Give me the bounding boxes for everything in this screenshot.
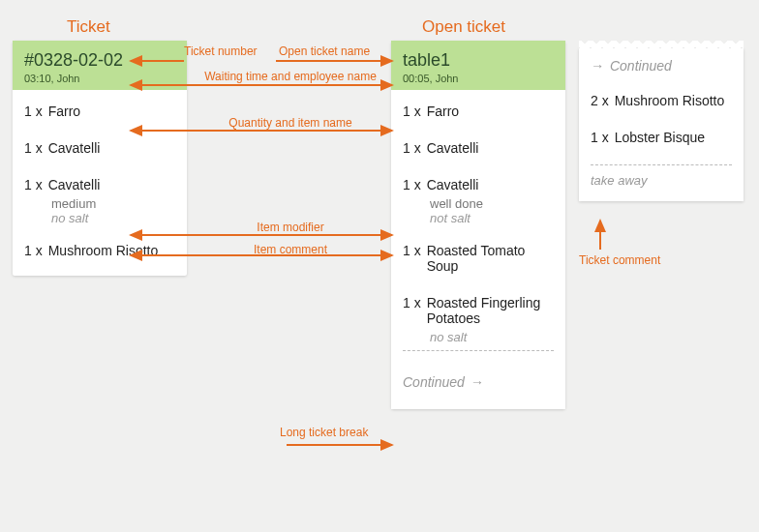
ticket-items: 1 xFarro 1 xCavatelli 1 xCavatelli mediu… [13, 90, 187, 276]
torn-edge-icon [579, 41, 744, 48]
annotation-qty-item: Quantity and item name [189, 116, 392, 130]
annotation-ticket-number: Ticket number [184, 44, 258, 58]
annotation-open-name: Open ticket name [279, 44, 370, 58]
item-qty: 1 x [24, 243, 43, 258]
open-ticket-card: table1 00:05, John 1 xFarro 1 xCavatelli… [391, 41, 565, 409]
continued-items: 2 xMushroom Risotto 1 xLobster Bisque ta… [579, 79, 744, 201]
continued-ticket-card: → Continued 2 xMushroom Risotto 1 xLobst… [579, 41, 744, 201]
item-name: Cavatelli [48, 177, 175, 192]
long-ticket-break-line [403, 350, 554, 351]
continued-label: Continued [610, 58, 672, 74]
list-item: 1 xCavatelli [24, 136, 175, 160]
list-item: 1 xRoasted Fingerling Potatoes [403, 291, 554, 330]
item-qty: 1 x [403, 103, 421, 119]
item-name: Mushroom Risotto [615, 93, 732, 108]
item-modifier: well done [430, 196, 554, 211]
torn-edge-icon [391, 401, 565, 409]
item-name: Cavatelli [427, 177, 554, 192]
ticket-number: #0328-02-02 [24, 50, 175, 71]
item-name: Lobster Bisque [615, 130, 732, 145]
item-name: Cavatelli [48, 140, 175, 156]
item-qty: 1 x [403, 295, 421, 326]
item-qty: 1 x [403, 177, 421, 192]
item-comment: no salt [430, 330, 554, 344]
list-item: 1 xFarro [24, 100, 175, 123]
item-name: Cavatelli [427, 140, 554, 156]
annotation-waiting-employee: Waiting time and employee name [189, 70, 392, 83]
list-item: 1 xCavatelli [403, 173, 554, 196]
item-qty: 1 x [403, 243, 421, 274]
item-name: Farro [48, 103, 175, 119]
open-ticket-items: 1 xFarro 1 xCavatelli 1 xCavatelli well … [391, 90, 565, 367]
item-qty: 2 x [591, 93, 609, 108]
list-item: 1 xLobster Bisque [591, 126, 732, 149]
item-qty: 1 x [24, 177, 43, 192]
divider [591, 164, 732, 165]
open-ticket-header: table1 00:05, John [391, 41, 565, 90]
title-ticket: Ticket [67, 17, 110, 37]
annotation-item-comment: Item comment [189, 243, 392, 256]
ticket-header: #0328-02-02 03:10, John [13, 41, 187, 90]
item-name: Roasted Fingerling Potatoes [427, 295, 554, 326]
list-item: 1 xRoasted Tomato Soup [403, 239, 554, 278]
item-qty: 1 x [591, 130, 609, 145]
arrow-right-icon: → [591, 58, 604, 74]
list-item: 2 xMushroom Risotto [591, 89, 732, 112]
list-item: 1 xCavatelli [403, 136, 554, 160]
ticket-comment: take away [591, 167, 732, 188]
annotation-long-break: Long ticket break [280, 426, 368, 439]
list-item: 1 xCavatelli [24, 173, 175, 196]
item-qty: 1 x [24, 103, 43, 119]
annotation-ticket-comment: Ticket comment [579, 253, 660, 267]
title-open-ticket: Open ticket [422, 17, 505, 37]
arrow-right-icon: → [471, 374, 484, 390]
item-comment: not salt [430, 211, 554, 225]
continued-bottom: Continued → [391, 367, 565, 401]
item-name: Roasted Tomato Soup [427, 243, 554, 274]
item-modifier: medium [51, 196, 175, 211]
list-item: 1 xFarro [403, 100, 554, 123]
item-name: Mushroom Risotto [48, 243, 175, 258]
annotation-item-modifier: Item modifier [189, 221, 392, 234]
item-qty: 1 x [24, 140, 43, 156]
list-item: 1 xMushroom Risotto [24, 239, 175, 262]
item-qty: 1 x [403, 140, 421, 156]
item-comment: no salt [51, 211, 175, 225]
open-ticket-waiting-employee: 00:05, John [403, 73, 554, 84]
ticket-card: #0328-02-02 03:10, John 1 xFarro 1 xCava… [13, 41, 187, 276]
item-name: Farro [427, 103, 554, 119]
continued-top: → Continued [579, 48, 744, 79]
ticket-waiting-employee: 03:10, John [24, 73, 175, 84]
open-ticket-name: table1 [403, 50, 554, 71]
continued-label: Continued [403, 374, 465, 390]
